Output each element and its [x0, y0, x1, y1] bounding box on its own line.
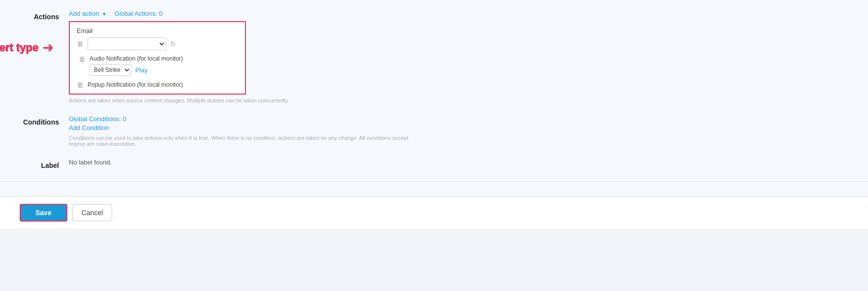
popup-notification-row: 🗑 Popup Notification (for local monitor) — [77, 81, 238, 89]
add-action-link[interactable]: Add action ▼ — [69, 10, 107, 17]
conditions-help-text: Conditions can be used to take actions o… — [69, 135, 413, 147]
audio-trash-icon[interactable]: 🗑 — [79, 55, 86, 63]
label-value: No label found. — [69, 156, 112, 166]
actions-header: Add action ▼ Global Actions: 0 — [69, 10, 848, 17]
bell-strike-select[interactable]: Bell Strike — [90, 64, 131, 76]
cancel-button[interactable]: Cancel — [72, 204, 113, 221]
add-condition-link[interactable]: Add Condition — [69, 124, 848, 131]
popup-notification-label: Popup Notification (for local monitor) — [88, 81, 183, 88]
set-alert-type-annotation: Set alert type ➜ — [0, 39, 54, 56]
conditions-label: Conditions — [20, 115, 69, 126]
popup-trash-icon[interactable]: 🗑 — [77, 81, 84, 89]
set-alert-type-arrow: ➜ — [42, 39, 54, 56]
label-section-content: No label found. — [69, 159, 848, 166]
actions-box: Email 🗑 ↻ 🗑 Audio Notification (for l — [69, 21, 246, 95]
email-trash-icon[interactable]: 🗑 — [77, 40, 84, 48]
bottom-divider — [0, 181, 868, 182]
save-button[interactable]: Save — [20, 204, 67, 222]
label-section-label: Label — [20, 159, 69, 169]
actions-label: Actions — [20, 10, 69, 21]
audio-notification-controls: Bell Strike Play — [90, 64, 183, 76]
audio-notification-content: Audio Notification (for local monitor) B… — [90, 55, 183, 76]
global-actions-link[interactable]: Global Actions: 0 — [115, 10, 163, 17]
email-select[interactable] — [88, 37, 166, 50]
play-link[interactable]: Play — [135, 66, 148, 74]
bottom-bar: Click "Save" ➜ Save Cancel — [0, 196, 868, 228]
audio-notification-label: Audio Notification (for local monitor) — [90, 55, 183, 62]
audio-notification-row: 🗑 Audio Notification (for local monitor)… — [77, 55, 238, 76]
actions-help-text: Actions are taken when source content ch… — [69, 97, 413, 103]
refresh-icon[interactable]: ↻ — [170, 40, 176, 48]
conditions-content: Global Conditions: 0 Add Condition Condi… — [69, 115, 848, 147]
set-alert-type-text: Set alert type — [0, 41, 38, 54]
global-conditions-link[interactable]: Global Conditions: 0 — [69, 115, 848, 123]
email-action-row: 🗑 ↻ — [77, 37, 238, 50]
add-action-dropdown-arrow: ▼ — [102, 11, 107, 17]
email-section-label: Email — [77, 27, 238, 34]
